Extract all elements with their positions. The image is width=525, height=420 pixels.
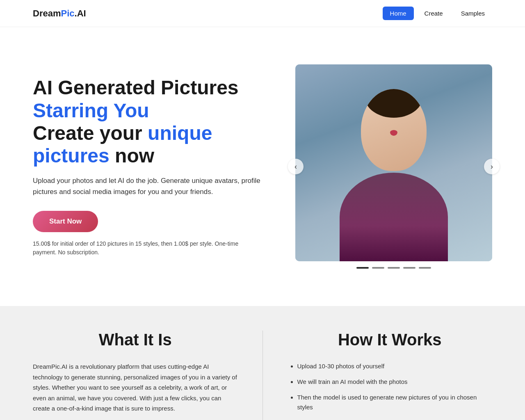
info-section: What It Is DreamPic.AI is a revolutionar… — [0, 306, 525, 420]
nav-link-home[interactable]: Home — [383, 7, 414, 20]
portrait-background — [295, 64, 492, 261]
how-it-works-col: How It Works Upload 10-30 photos of your… — [288, 331, 493, 420]
hero-description: Upload your photos and let AI do the job… — [33, 175, 262, 197]
carousel-dot-1[interactable] — [356, 267, 369, 269]
portrait-head — [361, 89, 427, 171]
carousel-dots — [295, 267, 492, 269]
carousel-prev-button[interactable]: ‹ — [288, 159, 304, 174]
what-it-is-description: DreamPic.AI is a revolutionary platform … — [33, 361, 238, 414]
nav-link-samples[interactable]: Samples — [454, 7, 492, 20]
how-step-4: We will send you a link where you can vi… — [297, 418, 493, 420]
carousel-dot-2[interactable] — [372, 267, 384, 269]
hero-title: AI Generated Pictures Starring You Creat… — [33, 76, 262, 167]
how-step-3: Then the model is used to generate new p… — [297, 393, 493, 412]
carousel: ‹ › — [295, 64, 492, 269]
hero-title-starring: Starring You — [33, 100, 149, 121]
hero-title-line1: AI Generated Pictures — [33, 77, 239, 98]
nav-links: Home Create Samples — [383, 7, 492, 20]
start-now-button[interactable]: Start Now — [33, 211, 98, 232]
carousel-dot-5[interactable] — [419, 267, 431, 269]
hero-section: AI Generated Pictures Starring You Creat… — [0, 27, 525, 306]
carousel-image — [295, 64, 492, 261]
logo-dream: Dream — [33, 8, 61, 18]
logo-pic: Pic — [61, 8, 74, 18]
how-step-1: Upload 10-30 photos of yourself — [297, 361, 493, 371]
carousel-dot-4[interactable] — [403, 267, 415, 269]
carousel-next-button[interactable]: › — [484, 159, 500, 174]
what-it-is-title: What It Is — [33, 331, 238, 349]
what-it-is-col: What It Is DreamPic.AI is a revolutionar… — [33, 331, 238, 420]
navbar: DreamPic.AI Home Create Samples — [0, 0, 525, 27]
carousel-dot-3[interactable] — [388, 267, 400, 269]
pricing-note: 15.00$ for initial order of 120 pictures… — [33, 240, 262, 257]
how-it-works-title: How It Works — [288, 331, 493, 349]
hero-title-unique: unique — [148, 122, 212, 144]
logo: DreamPic.AI — [33, 8, 86, 19]
hero-title-create-plain: Create your — [33, 122, 148, 144]
hero-text: AI Generated Pictures Starring You Creat… — [33, 76, 262, 256]
how-it-works-list: Upload 10-30 photos of yourself We will … — [288, 361, 493, 420]
logo-ai: .AI — [75, 8, 86, 18]
how-step-2: We will train an AI model with the photo… — [297, 377, 493, 387]
hero-title-now: now — [110, 145, 154, 167]
section-divider — [262, 331, 263, 420]
hero-title-pictures: pictures — [33, 145, 110, 167]
nav-link-create[interactable]: Create — [417, 7, 450, 20]
